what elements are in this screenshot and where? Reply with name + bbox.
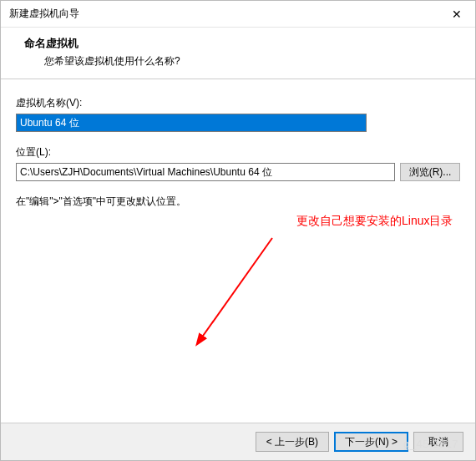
window-title: 新建虚拟机向导 (9, 7, 438, 21)
browse-button[interactable]: 浏览(R)... (400, 163, 460, 181)
location-row: 浏览(R)... (16, 163, 460, 181)
back-button[interactable]: < 上一步(B) (256, 432, 329, 452)
location-label: 位置(L): (16, 145, 460, 160)
annotation-text: 更改自己想要安装的Linux目录 (296, 213, 463, 228)
close-icon: ✕ (452, 8, 462, 21)
vm-name-label: 虚拟机名称(V): (16, 96, 460, 110)
svg-line-0 (201, 238, 272, 338)
default-location-hint: 在"编辑">"首选项"中可更改默认位置。 (16, 195, 460, 209)
header-description: 您希望该虚拟机使用什么名称? (24, 54, 460, 68)
cancel-button[interactable]: 取消 (413, 432, 463, 452)
location-input[interactable] (16, 163, 395, 181)
vm-name-input[interactable] (16, 114, 367, 132)
next-button[interactable]: 下一步(N) > (334, 432, 408, 452)
close-button[interactable]: ✕ (438, 2, 475, 27)
wizard-content: 虚拟机名称(V): 位置(L): 浏览(R)... 在"编辑">"首选项"中可更… (1, 79, 475, 423)
annotation-arrow-icon (168, 221, 285, 363)
titlebar: 新建虚拟机向导 ✕ (1, 1, 475, 28)
vm-name-row (16, 114, 460, 132)
wizard-footer: < 上一步(B) 下一步(N) > 取消 (1, 423, 475, 460)
wizard-window: 新建虚拟机向导 ✕ 命名虚拟机 您希望该虚拟机使用什么名称? 虚拟机名称(V):… (0, 0, 476, 461)
header-title: 命名虚拟机 (24, 36, 460, 51)
wizard-header: 命名虚拟机 您希望该虚拟机使用什么名称? (1, 28, 475, 79)
